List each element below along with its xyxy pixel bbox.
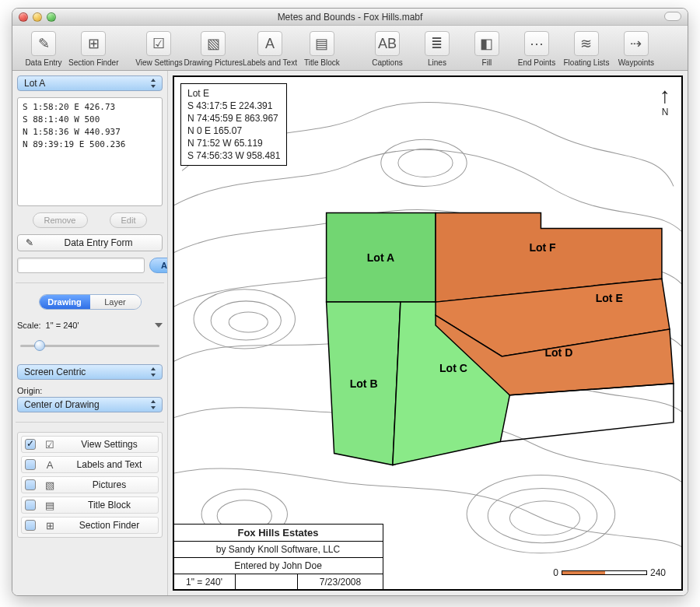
title-block-icon: ▤ bbox=[42, 499, 58, 511]
drawing-pictures-icon: ▧ bbox=[201, 31, 226, 56]
titleblock-title: Fox Hills Estates bbox=[173, 525, 383, 542]
toolbar-lines-button[interactable]: ≣Lines bbox=[412, 31, 462, 67]
toolbar-data-entry-button[interactable]: ✎Data Entry bbox=[19, 31, 68, 67]
lot-select-value: Lot A bbox=[24, 78, 45, 89]
toolbar-label: Captions bbox=[372, 58, 402, 67]
divider bbox=[16, 422, 164, 423]
scale-bar: 0 240 bbox=[553, 567, 666, 578]
tab-drawing[interactable]: Drawing bbox=[40, 295, 90, 309]
close-window-button[interactable] bbox=[19, 12, 28, 22]
centering-mode-value: Screen Centric bbox=[24, 367, 86, 377]
main-body: Lot A S 1:58:20 E 426.73S 88:1:40 W 500N… bbox=[12, 71, 688, 595]
option-view-settings[interactable]: ☑View Settings bbox=[21, 436, 159, 453]
toolbar-captions-button[interactable]: ABCaptions bbox=[362, 31, 412, 67]
scale-bar-from: 0 bbox=[553, 567, 558, 578]
call-line[interactable]: N 1:58:36 W 440.937 bbox=[23, 126, 157, 139]
toolbar-label: Title Block bbox=[304, 58, 340, 67]
end-points-icon: ⋯ bbox=[524, 31, 549, 56]
view-settings-icon: ☑ bbox=[42, 438, 58, 451]
calls-list[interactable]: S 1:58:20 E 426.73S 88:1:40 W 500N 1:58:… bbox=[17, 97, 163, 206]
titleblock-entered: Entered by John Doe bbox=[173, 558, 383, 574]
titleblock-blank bbox=[236, 574, 298, 591]
drawing-canvas[interactable]: Lot E S 43:17:5 E 224.391N 74:45:59 E 86… bbox=[173, 75, 683, 591]
toolbar-label: Waypoints bbox=[618, 58, 654, 67]
scale-slider[interactable] bbox=[20, 339, 159, 352]
call-line[interactable]: S 1:58:20 E 426.73 bbox=[23, 101, 157, 114]
call-line[interactable]: N 89:39:19 E 500.236 bbox=[23, 139, 157, 151]
toolbar-labels-and-text-button[interactable]: ALabels and Text bbox=[243, 31, 297, 67]
origin-value: Center of Drawing bbox=[24, 399, 100, 410]
toolbar-floating-lists-button[interactable]: ≋Floating Lists bbox=[562, 31, 611, 67]
chevron-up-down-icon bbox=[148, 365, 160, 379]
option-section-finder[interactable]: ⊞Section Finder bbox=[21, 517, 159, 534]
window-controls bbox=[19, 12, 56, 22]
toolbar-label: End Points bbox=[518, 58, 555, 67]
labels-and-text-icon: A bbox=[42, 458, 58, 471]
lot-d-label: Lot D bbox=[544, 346, 572, 359]
toolbar-view-settings-button[interactable]: ☑View Settings bbox=[134, 31, 184, 67]
tab-layer[interactable]: Layer bbox=[90, 295, 141, 309]
toolbar-waypoints-button[interactable]: ⇢Waypoints bbox=[611, 31, 661, 67]
centering-mode-popup[interactable]: Screen Centric bbox=[17, 364, 163, 380]
titleblock-date: 7/23/2008 bbox=[298, 574, 383, 591]
toolbar-section-finder-button[interactable]: ⊞Section Finder bbox=[68, 31, 118, 67]
checkbox-icon[interactable] bbox=[25, 439, 36, 450]
add-button[interactable]: Add bbox=[149, 258, 168, 273]
lines-icon: ≣ bbox=[425, 31, 450, 56]
titleblock-subtitle: by Sandy Knoll Software, LLC bbox=[173, 542, 383, 558]
toolbar-label: Drawing Pictures bbox=[184, 58, 243, 67]
scale-value: 1" = 240' bbox=[46, 321, 79, 330]
data-entry-form-button[interactable]: ✎ Data Entry Form bbox=[17, 234, 163, 251]
option-title-block[interactable]: ▤Title Block bbox=[21, 496, 159, 514]
toolbar-label: Lines bbox=[428, 58, 446, 67]
titlebar: Metes and Bounds - Fox Hills.mabf bbox=[12, 9, 688, 26]
edit-button[interactable]: Edit bbox=[110, 212, 148, 228]
lot-e-label: Lot E bbox=[596, 292, 623, 304]
pictures-icon: ▧ bbox=[42, 479, 58, 491]
toolbar: ✎Data Entry⊞Section Finder☑View Settings… bbox=[12, 26, 688, 71]
checkbox-icon[interactable] bbox=[25, 459, 36, 470]
window-title: Metes and Bounds - Fox Hills.mabf bbox=[12, 12, 688, 23]
remove-button[interactable]: Remove bbox=[33, 212, 88, 228]
zoom-window-button[interactable] bbox=[47, 12, 56, 22]
origin-popup[interactable]: Center of Drawing bbox=[17, 397, 163, 412]
sidebar: Lot A S 1:58:20 E 426.73S 88:1:40 W 500N… bbox=[12, 71, 168, 595]
toolbar-toggle-pill[interactable] bbox=[664, 12, 681, 21]
toolbar-label: Section Finder bbox=[68, 58, 118, 67]
toolbar-drawing-pictures-button[interactable]: ▧Drawing Pictures bbox=[184, 31, 243, 67]
view-settings-icon: ☑ bbox=[146, 31, 171, 56]
option-pictures[interactable]: ▧Pictures bbox=[21, 476, 159, 493]
lot-select-popup[interactable]: Lot A bbox=[17, 75, 163, 91]
pencil-icon: ✎ bbox=[24, 237, 35, 248]
toolbar-label: View Settings bbox=[135, 58, 182, 67]
option-label: View Settings bbox=[64, 439, 155, 450]
checkbox-icon[interactable] bbox=[25, 520, 36, 531]
checkbox-icon[interactable] bbox=[25, 479, 36, 490]
toolbar-label: Data Entry bbox=[25, 58, 61, 67]
toolbar-title-block-button[interactable]: ▤Title Block bbox=[297, 31, 347, 67]
chevron-up-down-icon bbox=[148, 398, 160, 412]
scale-bar-to: 240 bbox=[650, 567, 666, 578]
option-label: Title Block bbox=[64, 500, 155, 511]
data-entry-icon: ✎ bbox=[31, 31, 56, 56]
lot-f-label: Lot F bbox=[529, 241, 556, 254]
checkbox-icon[interactable] bbox=[25, 500, 36, 511]
scale-dropdown-disclosure-icon[interactable] bbox=[155, 323, 163, 328]
add-call-input[interactable] bbox=[17, 258, 145, 273]
toolbar-fill-button[interactable]: ◧Fill bbox=[462, 31, 512, 67]
waypoints-icon: ⇢ bbox=[624, 31, 649, 56]
section-finder-icon: ⊞ bbox=[81, 31, 106, 56]
toolbar-label: Labels and Text bbox=[243, 58, 297, 67]
minimize-window-button[interactable] bbox=[33, 12, 42, 22]
toolbar-label: Floating Lists bbox=[563, 58, 609, 67]
canvas-wrap: Lot E S 43:17:5 E 224.391N 74:45:59 E 86… bbox=[168, 71, 688, 595]
title-block[interactable]: Fox Hills Estates by Sandy Knoll Softwar… bbox=[173, 524, 383, 591]
option-labels-and-text[interactable]: ALabels and Text bbox=[21, 456, 159, 473]
call-line[interactable]: S 88:1:40 W 500 bbox=[23, 114, 157, 126]
app-window: Metes and Bounds - Fox Hills.mabf ✎Data … bbox=[12, 8, 688, 596]
toolbar-end-points-button[interactable]: ⋯End Points bbox=[512, 31, 562, 67]
titleblock-scale: 1" = 240' bbox=[173, 574, 236, 591]
lot-c-label: Lot C bbox=[439, 362, 467, 374]
lot-b-label: Lot B bbox=[350, 377, 378, 390]
section-finder-icon: ⊞ bbox=[42, 519, 58, 532]
